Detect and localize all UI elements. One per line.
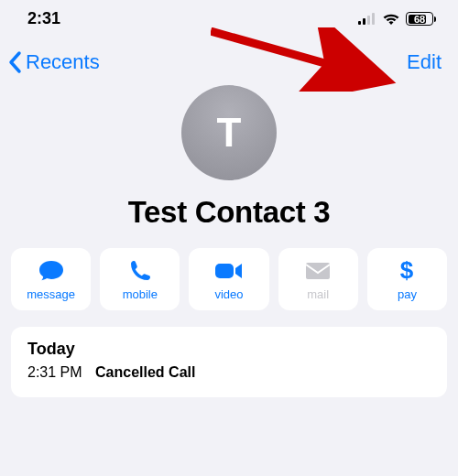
contact-name: Test Contact 3 [128, 195, 331, 230]
dollar-icon: $ [398, 258, 415, 284]
actions-row: message mobile video mail [0, 230, 458, 318]
status-bar: 2:31 68 [0, 0, 458, 34]
status-time: 2:31 [27, 9, 60, 28]
pay-button[interactable]: $ pay [367, 248, 447, 310]
mail-button: mail [278, 248, 358, 310]
video-icon [214, 258, 244, 284]
history-time: 2:31 PM [27, 364, 82, 380]
mail-label: mail [307, 287, 329, 301]
edit-button[interactable]: Edit [407, 50, 442, 74]
video-button[interactable]: video [189, 248, 268, 310]
contact-header: T Test Contact 3 [0, 85, 458, 230]
chevron-left-icon [7, 50, 24, 74]
mobile-button[interactable]: mobile [100, 248, 180, 310]
call-history-card[interactable]: Today 2:31 PM Cancelled Call [11, 327, 447, 397]
svg-rect-1 [363, 18, 365, 25]
svg-rect-0 [358, 21, 361, 25]
svg-rect-2 [367, 16, 370, 25]
history-type: Cancelled Call [95, 364, 195, 380]
message-button[interactable]: message [11, 248, 91, 310]
wifi-icon [382, 13, 400, 26]
message-label: message [27, 287, 75, 301]
back-label: Recents [26, 50, 100, 74]
history-entry: 2:31 PM Cancelled Call [27, 364, 431, 381]
nav-bar: Recents Edit [0, 34, 458, 83]
svg-text:$: $ [400, 258, 414, 284]
cellular-signal-icon [358, 13, 376, 25]
history-title: Today [27, 340, 431, 359]
video-label: video [214, 287, 243, 301]
pay-label: pay [398, 287, 417, 301]
mobile-label: mobile [123, 287, 158, 301]
back-button[interactable]: Recents [7, 50, 100, 74]
avatar[interactable]: T [181, 85, 277, 180]
battery-percentage: 68 [414, 14, 425, 25]
status-right: 68 [358, 12, 436, 26]
mail-icon [305, 258, 331, 284]
message-icon [38, 258, 65, 284]
battery-indicator: 68 [406, 12, 436, 26]
avatar-initial: T [217, 110, 242, 156]
phone-icon [128, 258, 152, 284]
svg-rect-5 [215, 264, 234, 278]
svg-rect-3 [372, 13, 375, 25]
svg-rect-6 [306, 263, 330, 279]
